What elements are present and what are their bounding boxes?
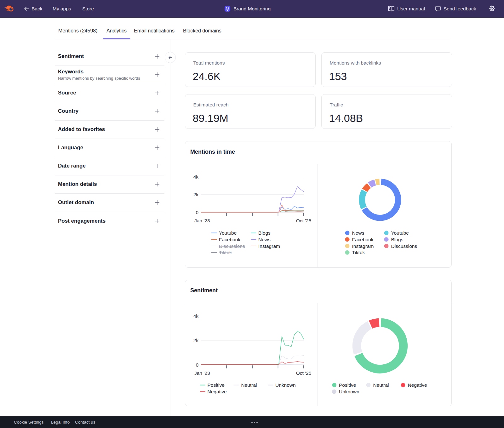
svg-text:Facebook: Facebook bbox=[219, 237, 240, 242]
svg-text:Tiktok: Tiktok bbox=[352, 250, 365, 255]
svg-text:Blogs: Blogs bbox=[258, 230, 271, 236]
svg-text:Oct '25: Oct '25 bbox=[296, 218, 312, 223]
svg-text:Tiktok: Tiktok bbox=[219, 250, 232, 255]
svg-text:Blogs: Blogs bbox=[391, 237, 404, 242]
svg-text:Youtube: Youtube bbox=[391, 230, 409, 236]
svg-text:Facebook: Facebook bbox=[352, 237, 374, 242]
svg-text:0: 0 bbox=[196, 362, 198, 368]
svg-text:Youtube: Youtube bbox=[219, 230, 237, 236]
svg-text:News: News bbox=[258, 237, 271, 242]
svg-text:Negative: Negative bbox=[408, 382, 427, 388]
svg-text:Unknown: Unknown bbox=[275, 382, 296, 388]
svg-text:Instagram: Instagram bbox=[352, 243, 374, 249]
svg-text:Positive: Positive bbox=[208, 382, 225, 388]
svg-text:Negative: Negative bbox=[208, 389, 227, 394]
svg-text:2k: 2k bbox=[193, 192, 199, 197]
svg-text:0: 0 bbox=[196, 210, 198, 215]
svg-text:Positive: Positive bbox=[339, 382, 356, 388]
svg-text:4k: 4k bbox=[193, 313, 199, 319]
svg-text:Neutral: Neutral bbox=[241, 382, 257, 388]
svg-text:Unknown: Unknown bbox=[339, 389, 359, 394]
svg-text:Instagram: Instagram bbox=[258, 243, 280, 249]
svg-text:Neutral: Neutral bbox=[373, 382, 389, 388]
svg-text:Jan '23: Jan '23 bbox=[194, 370, 210, 376]
svg-text:Oct '25: Oct '25 bbox=[296, 370, 312, 376]
svg-text:News: News bbox=[352, 230, 364, 236]
svg-text:Jan '23: Jan '23 bbox=[194, 218, 210, 223]
svg-text:2k: 2k bbox=[193, 338, 199, 343]
svg-text:Discussions: Discussions bbox=[391, 243, 417, 249]
svg-text:Discussions: Discussions bbox=[219, 243, 245, 249]
svg-text:4k: 4k bbox=[193, 174, 199, 180]
